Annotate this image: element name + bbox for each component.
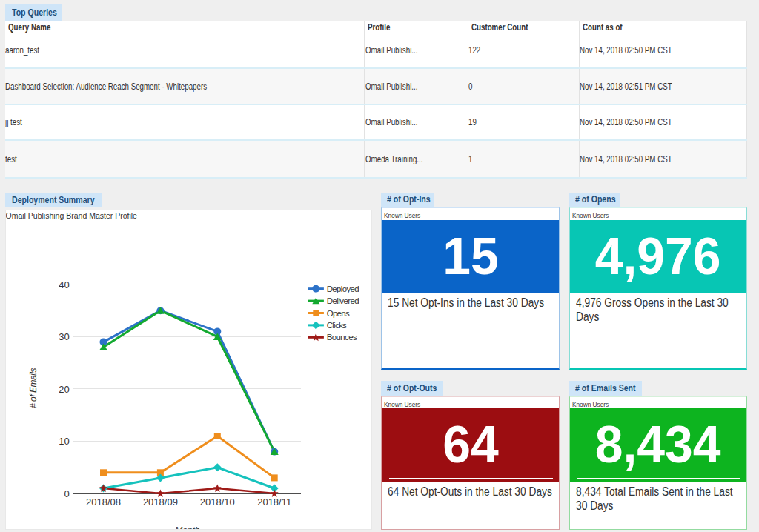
svg-text:Opens: Opens: [327, 308, 350, 317]
svg-text:Deployed: Deployed: [327, 284, 359, 293]
svg-text:Delivered: Delivered: [327, 296, 359, 305]
svg-text:2018/09: 2018/09: [143, 496, 178, 507]
svg-text:2018/11: 2018/11: [257, 496, 291, 507]
svg-text:2018/10: 2018/10: [200, 496, 235, 507]
svg-text:Month: Month: [175, 525, 200, 529]
svg-text:0: 0: [64, 488, 69, 499]
svg-text:10: 10: [59, 436, 69, 447]
svg-text:2018/08: 2018/08: [86, 496, 121, 507]
svg-text:30: 30: [59, 331, 69, 342]
svg-text:Clicks: Clicks: [327, 321, 347, 330]
svg-text:40: 40: [59, 279, 69, 290]
svg-text:# of Emails: # of Emails: [28, 368, 39, 408]
svg-text:Bounces: Bounces: [327, 333, 357, 342]
svg-text:20: 20: [59, 383, 69, 394]
svg-text:Omail Publishing Brand Master: Omail Publishing Brand Master Profile: [6, 210, 137, 219]
